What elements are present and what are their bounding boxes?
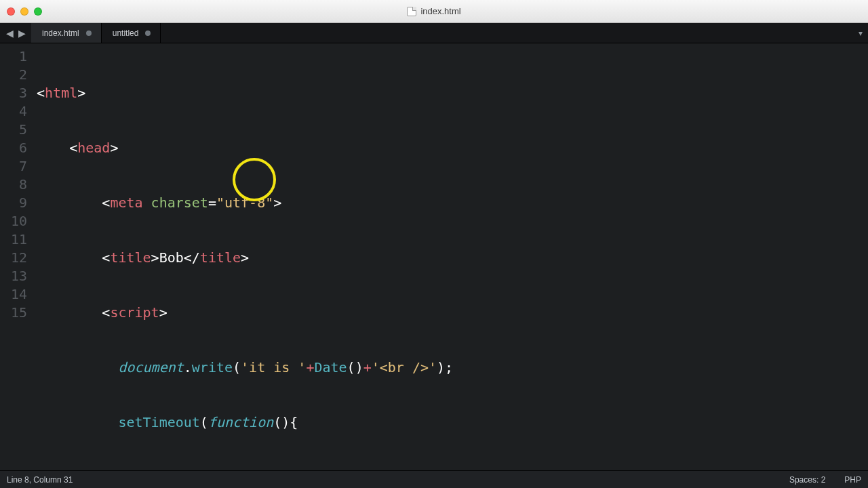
tab-bar: ◀ ▶ index.html untitled ▾: [0, 23, 868, 43]
line-number: 13: [0, 267, 27, 285]
traffic-lights: [7, 7, 42, 16]
line-number: 12: [0, 249, 27, 267]
tab-label: untitled: [113, 28, 139, 38]
window-titlebar: index.html: [0, 0, 868, 23]
line-number: 3: [0, 84, 27, 102]
minimize-icon[interactable]: [20, 7, 28, 16]
dirty-indicator-icon: [145, 30, 151, 36]
line-number: 5: [0, 121, 27, 139]
document-icon: [407, 7, 416, 16]
code-line: <script>: [37, 304, 868, 322]
code-editor[interactable]: 123456789101112131415 <html> <head> <met…: [0, 43, 868, 470]
line-number: 10: [0, 212, 27, 230]
code-line: setTimeout(function(){: [37, 413, 868, 432]
line-number: 11: [0, 230, 27, 249]
line-number: 9: [0, 194, 27, 212]
line-number: 8: [0, 176, 27, 194]
tab-index-html[interactable]: index.html: [31, 23, 102, 43]
tab-overflow-icon[interactable]: ▾: [859, 23, 863, 43]
line-number: 2: [0, 66, 27, 84]
window-title: index.html: [420, 6, 460, 16]
tab-untitled[interactable]: untitled: [102, 23, 161, 43]
code-line: <meta charset="utf-8">: [37, 194, 868, 212]
nav-back-icon[interactable]: ◀: [4, 28, 15, 39]
close-icon[interactable]: [7, 7, 15, 16]
line-number: 6: [0, 139, 27, 157]
line-number: 7: [0, 157, 27, 176]
line-number: 1: [0, 47, 27, 66]
line-number: 15: [0, 304, 27, 322]
indent-setting[interactable]: Spaces: 2: [780, 475, 835, 485]
code-area[interactable]: <html> <head> <meta charset="utf-8"> <ti…: [34, 43, 868, 470]
nav-buttons: ◀ ▶: [0, 23, 31, 43]
dirty-indicator-icon: [86, 30, 92, 36]
code-line: <head>: [37, 139, 868, 157]
status-bar: Line 8, Column 31 Spaces: 2 PHP: [0, 470, 868, 488]
line-number: 14: [0, 285, 27, 304]
code-line: <title>Bob</title>: [37, 249, 868, 267]
maximize-icon[interactable]: [34, 7, 42, 16]
code-line: <html>: [37, 84, 868, 102]
nav-forward-icon[interactable]: ▶: [16, 28, 27, 39]
tab-label: index.html: [42, 28, 79, 38]
language-mode[interactable]: PHP: [835, 475, 861, 485]
cursor-position[interactable]: Line 8, Column 31: [7, 475, 82, 485]
code-line: document.write('it is '+Date()+'<br />')…: [37, 359, 868, 377]
line-gutter: 123456789101112131415: [0, 43, 34, 470]
line-number: 4: [0, 102, 27, 121]
